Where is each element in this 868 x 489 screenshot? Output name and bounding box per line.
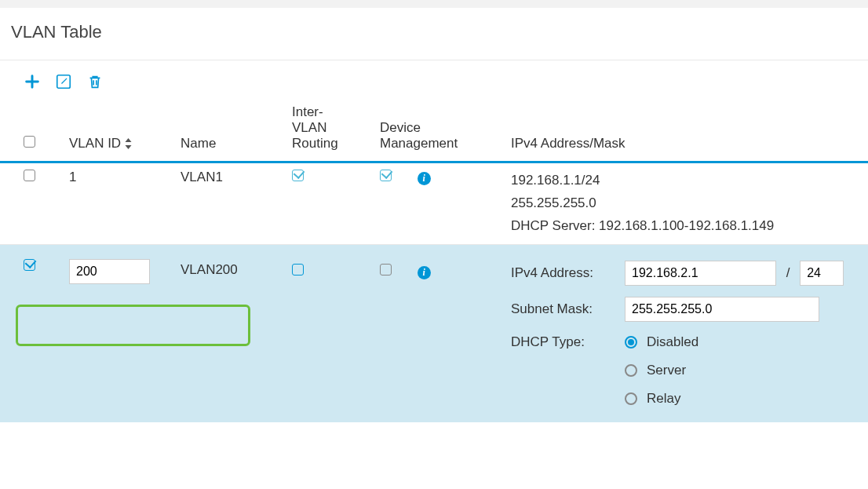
col-name-header: Name	[176, 104, 287, 162]
dhcp-relay-radio[interactable]	[625, 392, 637, 405]
prefix-slash: /	[780, 265, 797, 280]
info-icon[interactable]: i	[418, 172, 431, 185]
subnet-mask-text: 255.255.255.0	[511, 192, 863, 215]
ipv4-address-input[interactable]	[625, 261, 776, 286]
edit-icon[interactable]	[55, 73, 72, 90]
vlan-name-cell: VLAN1	[176, 162, 287, 245]
table-row: VLAN200 i IPv4 Address: /	[0, 244, 868, 422]
col-device-mgmt-header: DeviceManagement	[375, 104, 506, 162]
inter-vlan-checkbox[interactable]	[292, 264, 304, 276]
subnet-mask-label: Subnet Mask:	[511, 301, 625, 317]
row-select-checkbox[interactable]	[24, 259, 35, 271]
subnet-mask-input[interactable]	[625, 297, 819, 322]
col-vlan-id-label: VLAN ID	[69, 136, 121, 151]
dhcp-relay-label: Relay	[647, 391, 680, 407]
table-row: 1 VLAN1 i 192.168.1.1/24 255.255.255.0 D…	[0, 162, 868, 245]
device-mgmt-checkbox[interactable]	[380, 264, 392, 276]
vlan-table: VLAN ID Name Inter-VLANRouting DeviceMan…	[0, 104, 868, 422]
toolbar	[0, 60, 868, 104]
row-select-checkbox[interactable]	[24, 170, 35, 181]
vlan-id-cell: 1	[64, 162, 176, 245]
ip-address-text: 192.168.1.1/24	[511, 170, 863, 192]
dhcp-server-radio[interactable]	[625, 364, 637, 377]
dhcp-disabled-radio[interactable]	[625, 336, 637, 349]
prefix-input[interactable]	[800, 261, 844, 286]
device-mgmt-checkbox[interactable]	[380, 170, 392, 181]
dhcp-server-label: Server	[647, 363, 686, 378]
vlan-name-cell: VLAN200	[176, 244, 287, 422]
dhcp-server-text: DHCP Server: 192.168.1.100-192.168.1.149	[511, 215, 863, 238]
select-all-checkbox[interactable]	[24, 136, 35, 148]
col-inter-vlan-header: Inter-VLANRouting	[287, 104, 375, 162]
info-icon[interactable]: i	[418, 266, 431, 279]
col-ipv4-header: IPv4 Address/Mask	[506, 104, 868, 162]
vlan-id-input[interactable]	[69, 259, 150, 284]
ipv4-address-label: IPv4 Address:	[511, 265, 625, 281]
inter-vlan-checkbox[interactable]	[292, 170, 304, 181]
col-vlan-id-header[interactable]: VLAN ID	[69, 136, 133, 151]
dhcp-disabled-label: Disabled	[647, 334, 698, 350]
add-icon[interactable]	[24, 73, 41, 90]
page-title: VLAN Table	[0, 8, 868, 60]
delete-icon[interactable]	[86, 73, 104, 90]
dhcp-type-label: DHCP Type:	[511, 333, 625, 350]
